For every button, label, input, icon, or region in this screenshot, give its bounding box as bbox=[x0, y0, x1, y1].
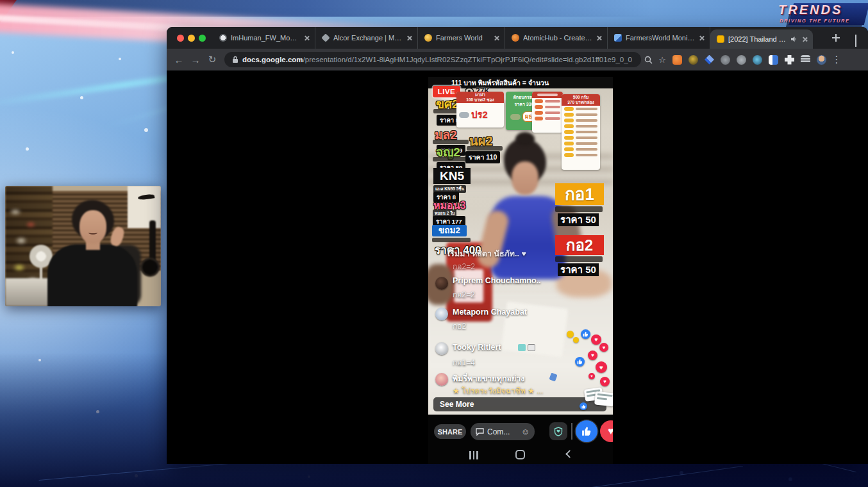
tab-farmers-world[interactable]: Farmers World bbox=[418, 27, 505, 49]
like-reaction-icon bbox=[581, 329, 590, 339]
google-slides-favicon-icon bbox=[717, 35, 724, 43]
tab-alcor-exchange[interactable]: Alcor Exchange | Market bbox=[315, 27, 418, 49]
item-text-blur bbox=[545, 106, 560, 108]
item-text-blur bbox=[576, 154, 597, 156]
webcam-wall bbox=[128, 186, 161, 228]
product-note-blur bbox=[433, 157, 470, 161]
tab-audio-speaker-icon[interactable] bbox=[791, 36, 798, 42]
browser-menu-icon[interactable]: ⋮ bbox=[830, 53, 844, 67]
like-button[interactable] bbox=[576, 420, 597, 442]
extensions-puzzle-icon[interactable] bbox=[785, 55, 794, 65]
code-pill-blur bbox=[564, 107, 574, 111]
extension-coin-icon[interactable] bbox=[689, 55, 698, 65]
android-home-button[interactable] bbox=[515, 450, 525, 459]
extension-gray-icon[interactable] bbox=[721, 55, 730, 65]
comment-input[interactable]: Com... ☺ bbox=[471, 423, 535, 440]
close-icon[interactable] bbox=[304, 35, 310, 41]
back-button[interactable]: ← bbox=[171, 54, 187, 65]
tab-imhuman-fw-monitor[interactable]: ImHuman_FW_Monitor bbox=[213, 27, 315, 49]
extension-docs-icon[interactable] bbox=[769, 55, 778, 65]
trends-logo-title: TRENDS bbox=[778, 3, 842, 17]
close-icon[interactable] bbox=[699, 35, 705, 41]
product-note-blur bbox=[467, 146, 503, 151]
seller-hair-bun bbox=[515, 132, 535, 146]
bulk-card-header: 500 กรัม 370 บาท/กล่อง bbox=[562, 94, 600, 106]
comment-flag-icon bbox=[528, 344, 535, 351]
background-dot bbox=[144, 128, 148, 132]
alcor-favicon-icon bbox=[321, 33, 330, 42]
tab-thailand-slides-active[interactable]: [2022] Thailand E-C bbox=[710, 29, 813, 49]
product-code-gor1: กอ1 bbox=[555, 183, 604, 205]
webcam-person-face bbox=[79, 210, 106, 244]
tab-strip: ImHuman_FW_Monitor Alcor Exchange | Mark… bbox=[213, 27, 813, 49]
address-bar[interactable]: docs.google.com/presentation/d/1x2W1-8iA… bbox=[224, 52, 641, 67]
moderation-shield-button[interactable] bbox=[549, 422, 567, 440]
code-pill-blur bbox=[535, 111, 543, 115]
window-minimize-button[interactable] bbox=[188, 35, 195, 42]
coin-reaction-icon bbox=[567, 331, 574, 338]
item-text-blur bbox=[576, 125, 597, 128]
webcam-person-smile bbox=[88, 231, 97, 235]
product-code: ปร2 bbox=[471, 107, 488, 122]
code-pill-blur bbox=[564, 142, 574, 145]
product-price: ราคา 50 bbox=[558, 213, 599, 226]
search-icon[interactable] bbox=[641, 53, 655, 67]
globe-favicon-icon bbox=[219, 34, 227, 42]
reload-button[interactable]: ↻ bbox=[204, 54, 221, 65]
code-pill-blur bbox=[564, 124, 574, 128]
comment-badge-icon bbox=[518, 344, 526, 351]
tab-label: AtomicHub - Create, sell bbox=[523, 34, 592, 42]
code-pill-blur bbox=[459, 112, 469, 118]
android-back-button[interactable] bbox=[565, 450, 574, 458]
code-pill-blur bbox=[535, 117, 543, 120]
emoji-smiley-icon[interactable]: ☺ bbox=[521, 427, 530, 436]
code-pill-blur bbox=[564, 153, 574, 157]
item-text-blur bbox=[545, 100, 560, 103]
close-icon[interactable] bbox=[802, 37, 808, 42]
love-button[interactable]: ♥ bbox=[600, 420, 613, 442]
tab-farmersworld-monitor[interactable]: FarmersWorld Monitor - bbox=[608, 27, 710, 49]
extension-metamask-icon[interactable] bbox=[672, 55, 682, 65]
window-zoom-button[interactable] bbox=[199, 35, 206, 42]
extension-anchor-icon[interactable] bbox=[737, 55, 746, 65]
forward-button[interactable]: → bbox=[187, 54, 204, 65]
slides-canvas: 111 บาท พิมพ์รหัสสินค้า = จำนวน LIVE 27K… bbox=[167, 70, 868, 464]
tab-label: ImHuman_FW_Monitor bbox=[231, 34, 300, 42]
android-nav-bar bbox=[428, 446, 613, 464]
tab-label: [2022] Thailand E-C bbox=[728, 35, 787, 43]
url-text: docs.google.com/presentation/d/1x2W1-8iA… bbox=[242, 56, 632, 63]
webcam-overlay bbox=[5, 186, 161, 306]
comment-message: กอ2 bbox=[453, 320, 466, 332]
noodle-card-header: มาม่า 100 บาท/2 ซอง bbox=[456, 92, 504, 103]
chevron-down-icon bbox=[855, 35, 856, 47]
thumbs-up-icon bbox=[581, 426, 592, 436]
tab-search-button[interactable] bbox=[855, 35, 856, 46]
comment-author: Priprem Chouchamno.. bbox=[453, 276, 541, 285]
comment-author: Tooky Ritlert bbox=[453, 343, 501, 352]
like-reaction-icon bbox=[580, 402, 587, 410]
noodle-card-line2: 100 บาท/2 ซอง bbox=[456, 97, 504, 103]
bulk-price-card: 500 กรัม 370 บาท/กล่อง bbox=[562, 94, 600, 170]
lock-icon bbox=[232, 56, 238, 63]
heart-icon: ♥ bbox=[608, 425, 613, 437]
reading-list-icon[interactable] bbox=[801, 55, 810, 65]
android-recents-button[interactable] bbox=[469, 451, 478, 459]
window-close-button[interactable] bbox=[177, 35, 184, 42]
webcam-person-body bbox=[47, 245, 137, 306]
extension-wallet-icon[interactable] bbox=[705, 55, 714, 65]
set-promo-card bbox=[532, 92, 563, 133]
background-dot bbox=[12, 51, 14, 54]
close-icon[interactable] bbox=[596, 35, 602, 41]
close-icon[interactable] bbox=[406, 35, 412, 41]
profile-avatar[interactable] bbox=[817, 55, 826, 65]
code-pill-blur bbox=[510, 114, 521, 120]
coin-reaction-icon bbox=[573, 337, 579, 343]
tab-label: Alcor Exchange | Market bbox=[333, 34, 403, 42]
url-host: docs.google.com bbox=[242, 56, 303, 63]
share-button[interactable]: SHARE bbox=[434, 424, 466, 439]
extension-globe-icon[interactable] bbox=[753, 55, 762, 65]
tab-atomichub[interactable]: AtomicHub - Create, sell bbox=[505, 27, 608, 49]
background-dot bbox=[80, 96, 83, 99]
close-icon[interactable] bbox=[494, 35, 499, 41]
bookmark-star-icon[interactable]: ☆ bbox=[655, 53, 669, 67]
